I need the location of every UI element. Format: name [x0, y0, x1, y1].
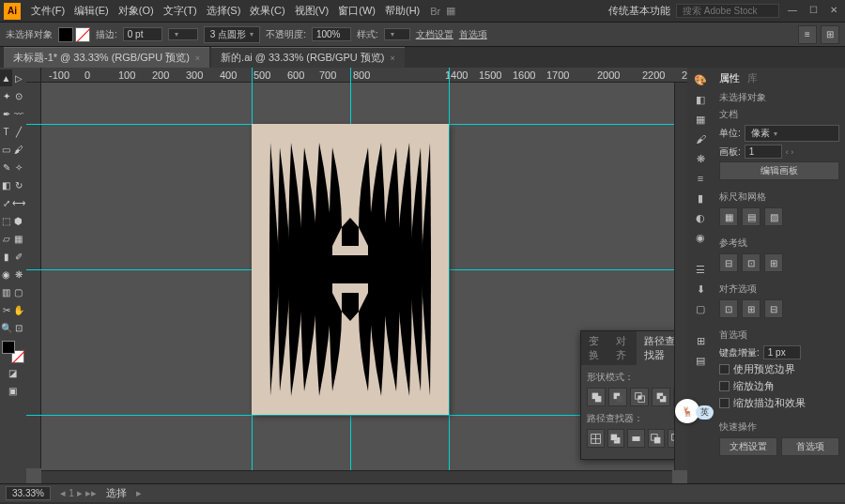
magic-wand-tool[interactable]: ✦: [0, 87, 12, 104]
shaper-tool[interactable]: ✧: [12, 159, 24, 176]
ruler-horizontal[interactable]: -100010020030040050060070080014001500160…: [41, 68, 687, 83]
graphic-style[interactable]: [384, 28, 410, 40]
minus-front-button[interactable]: [608, 388, 627, 406]
lasso-tool[interactable]: ⊙: [12, 87, 24, 104]
curvature-tool[interactable]: 〰: [12, 105, 24, 122]
preferences-link[interactable]: 首选项: [459, 28, 487, 41]
guide-v[interactable]: [449, 68, 450, 483]
mesh-tool[interactable]: ▦: [12, 230, 24, 247]
symbols-icon[interactable]: ❋: [691, 150, 710, 167]
edit-artboard-button[interactable]: 编辑画板: [719, 161, 839, 180]
selection-tool[interactable]: ▲: [0, 69, 12, 86]
align-icon[interactable]: ≡: [798, 25, 817, 44]
minimize-button[interactable]: —: [785, 5, 800, 18]
transparency-grid-toggle[interactable]: ▨: [764, 207, 783, 226]
doc-tab-2[interactable]: 新的.ai @ 33.33% (RGB/GPU 预览)×: [211, 47, 405, 68]
eyedropper-tool[interactable]: ✐: [12, 248, 24, 265]
guide-lock[interactable]: ⊡: [742, 253, 760, 272]
rectangle-tool[interactable]: ▭: [0, 141, 12, 158]
properties-tab[interactable]: 属性: [719, 71, 740, 85]
intersect-button[interactable]: [630, 388, 649, 406]
snap-pixel[interactable]: ⊞: [742, 299, 760, 318]
scale-tool[interactable]: ⤢: [0, 194, 12, 211]
ruler-origin[interactable]: [26, 68, 41, 83]
color-guide-icon[interactable]: ◧: [691, 91, 710, 108]
menu-help[interactable]: 帮助(H): [380, 4, 424, 18]
menu-edit[interactable]: 编辑(E): [69, 4, 114, 18]
brush-definition[interactable]: 3 点圆形: [204, 26, 260, 43]
trim-button[interactable]: [607, 429, 625, 448]
libraries-dock-icon[interactable]: ⊞: [691, 332, 710, 349]
transform-icon[interactable]: ⊞: [821, 25, 839, 44]
line-tool[interactable]: ╱: [12, 123, 24, 140]
fill-stroke-indicator[interactable]: [2, 341, 24, 363]
hand-tool[interactable]: ✋: [12, 301, 24, 318]
key-increment-input[interactable]: 1 px: [763, 345, 801, 359]
screen-mode-button[interactable]: ▣: [0, 382, 24, 399]
arrange-icon[interactable]: ▦: [446, 5, 455, 17]
ruler-vertical[interactable]: [26, 83, 41, 468]
column-graph-tool[interactable]: ▥: [0, 283, 12, 300]
eraser-tool[interactable]: ◧: [0, 176, 12, 193]
gradient-panel-icon[interactable]: ▮: [691, 190, 710, 206]
slice-tool[interactable]: ✂: [0, 301, 12, 318]
fill-swatch[interactable]: [58, 27, 73, 42]
guide-visibility[interactable]: ⊟: [719, 253, 738, 272]
menu-type[interactable]: 文字(T): [159, 4, 202, 18]
transform-tab[interactable]: 变换: [581, 331, 608, 365]
menu-file[interactable]: 文件(F): [26, 4, 69, 18]
stroke-weight-input[interactable]: 0 pt: [123, 27, 162, 41]
layers-icon[interactable]: ☰: [691, 261, 710, 278]
stroke-swatch[interactable]: [75, 27, 90, 42]
search-stock-input[interactable]: [676, 4, 779, 18]
menu-window[interactable]: 窗口(W): [333, 4, 380, 18]
menu-effect[interactable]: 效果(C): [245, 4, 289, 18]
close-button[interactable]: ✕: [826, 5, 841, 18]
stroke-profile[interactable]: [168, 28, 198, 40]
doc-tab-1[interactable]: 未标题-1* @ 33.33% (RGB/GPU 预览)×: [4, 47, 209, 68]
blend-tool[interactable]: ◉: [0, 266, 12, 283]
pen-tool[interactable]: ✒: [0, 105, 12, 122]
maximize-button[interactable]: ☐: [806, 5, 821, 18]
print-tiling-tool[interactable]: ⊡: [12, 319, 24, 336]
brushes-icon[interactable]: 🖌: [691, 130, 710, 147]
ime-lang-badge[interactable]: 英: [696, 405, 714, 420]
crop-button[interactable]: [648, 429, 666, 448]
workspace-switcher[interactable]: 传统基本功能: [608, 4, 670, 18]
paintbrush-tool[interactable]: 🖌: [12, 141, 24, 158]
gradient-tool[interactable]: ▮: [0, 248, 12, 265]
align-tab[interactable]: 对齐: [608, 331, 636, 365]
menu-object[interactable]: 对象(O): [114, 4, 159, 18]
color-mode-buttons[interactable]: ◪: [0, 364, 24, 381]
artboards-icon[interactable]: ▢: [691, 300, 710, 317]
scale-strokes-checkbox[interactable]: [719, 398, 730, 408]
unite-button[interactable]: [587, 388, 606, 406]
artboard-tool[interactable]: ▢: [12, 283, 24, 300]
snap-point[interactable]: ⊡: [719, 299, 738, 318]
symbol-sprayer-tool[interactable]: ❋: [12, 266, 24, 283]
units-dropdown[interactable]: 像素: [745, 125, 839, 142]
smart-guides[interactable]: ⊞: [764, 253, 783, 272]
tab-close-icon[interactable]: ×: [195, 53, 200, 63]
zoom-tool[interactable]: 🔍: [0, 319, 12, 336]
tab-close-icon[interactable]: ×: [390, 53, 394, 63]
pathfinder-panel[interactable]: 变换 对齐 路径查找器 ›› ≡ 形状模式： 扩展 路径查找器：: [580, 330, 687, 460]
menu-view[interactable]: 视图(V): [290, 4, 334, 18]
color-panel-icon[interactable]: 🎨: [691, 71, 710, 88]
bridge-icon[interactable]: Br: [430, 6, 440, 17]
opacity-input[interactable]: 100%: [312, 27, 351, 41]
stroke-panel-icon[interactable]: ≡: [691, 170, 710, 187]
document-setup-link[interactable]: 文档设置: [416, 28, 453, 41]
doc-setup-button[interactable]: 文档设置: [719, 437, 777, 456]
preview-bounds-checkbox[interactable]: [719, 364, 730, 374]
ruler-toggle[interactable]: ▤: [742, 207, 760, 226]
artboard-number-input[interactable]: 1: [745, 145, 782, 159]
zoom-level-select[interactable]: 33.33%: [6, 486, 51, 500]
libraries-tab[interactable]: 库: [747, 71, 758, 85]
shape-builder-tool[interactable]: ⬢: [12, 212, 24, 229]
merge-button[interactable]: [627, 429, 645, 448]
direct-selection-tool[interactable]: ▷: [12, 69, 24, 86]
menu-select[interactable]: 选择(S): [202, 4, 246, 18]
properties-dock-icon[interactable]: ▤: [691, 352, 710, 369]
swatches-icon[interactable]: ▦: [691, 111, 710, 128]
